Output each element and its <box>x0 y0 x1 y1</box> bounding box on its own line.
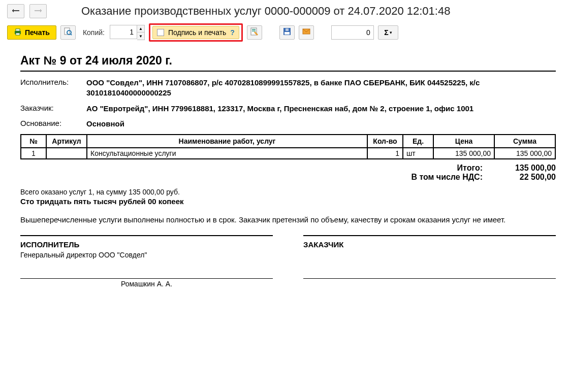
th-art: Артикул <box>46 135 87 148</box>
performer-sign-sub: Генеральный директор ООО "Совдел" <box>20 251 273 259</box>
svg-rect-11 <box>286 28 289 31</box>
cell-num: 1 <box>21 148 46 159</box>
sign-seal-checkbox[interactable] <box>157 29 164 36</box>
items-table: № Артикул Наименование работ, услуг Кол-… <box>20 134 556 159</box>
th-unit: Ед. <box>403 135 433 148</box>
page-title: Оказание производственных услуг 0000-000… <box>81 5 450 18</box>
preview-button[interactable] <box>60 25 76 40</box>
edit-button[interactable] <box>247 25 262 40</box>
basis-value: Основной <box>86 119 556 129</box>
document-title: Акт № 9 от 24 июля 2020 г. <box>20 54 556 72</box>
vat-label: В том числе НДС: <box>411 173 483 182</box>
nav-forward-button[interactable]: 🠖 <box>29 4 47 18</box>
customer-sign-header: ЗАКАЗЧИК <box>303 240 556 249</box>
performer-label: Исполнитель: <box>20 78 86 86</box>
customer-value: АО "Евротрейд", ИНН 7799618881, 123317, … <box>86 104 556 114</box>
sign-seal-highlight: Подпись и печать ? <box>149 23 243 42</box>
svg-rect-1 <box>16 29 20 31</box>
summary-words: Сто тридцать пять тысяч рублей 00 копеек <box>20 197 556 206</box>
svg-rect-8 <box>252 30 256 31</box>
magnifier-icon <box>64 27 72 38</box>
cell-art <box>46 148 87 159</box>
th-price: Цена <box>433 135 494 148</box>
sigma-button[interactable]: Σ ▾ <box>378 25 398 40</box>
printer-icon <box>14 28 22 38</box>
sign-seal-label: Подпись и печать <box>168 28 226 37</box>
print-button-label: Печать <box>25 28 50 37</box>
vat-value: 22 500,00 <box>495 173 556 182</box>
th-qty: Кол-во <box>367 135 403 148</box>
cell-price: 135 000,00 <box>433 148 494 159</box>
copies-up[interactable]: ▲ <box>137 25 144 32</box>
copies-label: Копий: <box>83 28 105 37</box>
table-row: 1 Консультационные услуги 1 шт 135 000,0… <box>21 148 555 159</box>
svg-rect-7 <box>252 29 256 30</box>
performer-sign-header: ИСПОЛНИТЕЛЬ <box>20 240 273 249</box>
basis-label: Основание: <box>20 119 86 127</box>
th-name: Наименование работ, услуг <box>87 135 367 148</box>
copies-input[interactable] <box>110 25 137 39</box>
save-button[interactable] <box>279 25 295 40</box>
svg-rect-2 <box>16 33 20 35</box>
help-icon[interactable]: ? <box>230 28 235 37</box>
number-input[interactable] <box>331 25 374 40</box>
nav-back-button[interactable]: 🠔 <box>7 4 24 18</box>
sigma-icon: Σ <box>384 28 388 37</box>
performer-value: ООО "Совдел", ИНН 7107086807, р/с 407028… <box>86 78 556 99</box>
edit-document-icon <box>250 27 259 38</box>
cell-name: Консультационные услуги <box>87 148 367 159</box>
cell-sum: 135 000,00 <box>494 148 555 159</box>
dropdown-caret-icon: ▾ <box>390 30 392 35</box>
cell-qty: 1 <box>367 148 403 159</box>
total-value: 135 000,00 <box>495 164 556 173</box>
total-label: Итого: <box>457 164 483 173</box>
performer-sign-name: Ромашкин А. А. <box>20 280 273 288</box>
customer-label: Заказчик: <box>20 104 86 112</box>
print-button[interactable]: Печать <box>7 25 56 40</box>
svg-line-5 <box>71 34 72 35</box>
envelope-icon <box>302 27 310 38</box>
disclaimer: Вышеперечисленные услуги выполнены полно… <box>20 215 556 225</box>
cell-unit: шт <box>403 148 433 159</box>
summary-line: Всего оказано услуг 1, на сумму 135 000,… <box>20 188 556 196</box>
th-sum: Сумма <box>494 135 555 148</box>
email-button[interactable] <box>299 25 314 40</box>
copies-down[interactable]: ▼ <box>137 32 144 40</box>
svg-rect-10 <box>284 32 290 35</box>
floppy-icon <box>283 27 291 38</box>
th-num: № <box>21 135 46 148</box>
